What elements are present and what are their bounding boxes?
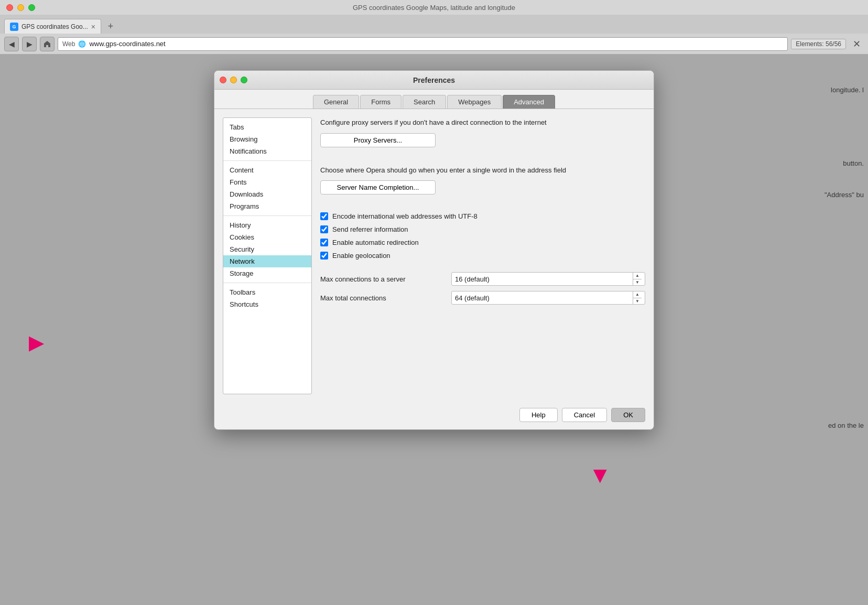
checkbox-utf8-label: Encode international web addresses with … — [332, 212, 478, 220]
conn-total-stepper: ▲ ▼ — [633, 291, 642, 304]
conn-server-step-up[interactable]: ▲ — [633, 273, 642, 279]
checkbox-geolocation[interactable] — [320, 252, 328, 260]
conn-total-step-up[interactable]: ▲ — [633, 291, 642, 298]
tab-advanced[interactable]: Advanced — [503, 95, 555, 109]
sidebar-item-toolbars[interactable]: Toolbars — [223, 286, 311, 298]
sidebar-item-browsing[interactable]: Browsing — [223, 133, 311, 145]
arrow-network-item: ▶ — [29, 332, 44, 352]
tab-item[interactable]: G GPS coordinates Goo... × — [4, 19, 101, 34]
browser-title: GPS coordinates Google Maps, latitude an… — [353, 4, 515, 12]
conn-server-label: Max connections to a server — [320, 275, 446, 283]
dialog-titlebar: Preferences — [214, 71, 654, 90]
tab-add-button[interactable]: + — [103, 19, 118, 34]
sidebar-item-security[interactable]: Security — [223, 243, 311, 255]
sidebar-item-cookies[interactable]: Cookies — [223, 231, 311, 243]
window-maximize-button[interactable] — [28, 4, 35, 11]
checkbox-row-redirect: Enable automatic redirection — [320, 239, 645, 246]
preferences-dialog: Preferences General Forms Search Webpage… — [214, 70, 654, 430]
checkbox-row-geolocation: Enable geolocation — [320, 252, 645, 260]
proxy-servers-button[interactable]: Proxy Servers... — [320, 133, 436, 147]
conn-row-total: Max total connections 64 (default) ▲ ▼ — [320, 291, 645, 305]
help-button[interactable]: Help — [519, 408, 558, 422]
sidebar-item-history[interactable]: History — [223, 219, 311, 231]
sidebar-section-1: Tabs Browsing Notifications — [223, 118, 311, 161]
dialog-body: Tabs Browsing Notifications Content Font… — [214, 109, 654, 403]
browser-titlebar: GPS coordinates Google Maps, latitude an… — [0, 0, 868, 15]
browser-content: longitude. l button. "Address" bu ed on … — [0, 55, 868, 605]
conn-total-label: Max total connections — [320, 294, 446, 302]
sidebar-item-downloads[interactable]: Downloads — [223, 188, 311, 200]
window-minimize-button[interactable] — [17, 4, 24, 11]
tab-close-button[interactable]: × — [91, 23, 95, 31]
sidebar-item-tabs[interactable]: Tabs — [223, 121, 311, 133]
tab-bar: G GPS coordinates Goo... × + — [0, 15, 868, 34]
conn-server-step-down[interactable]: ▼ — [633, 279, 642, 286]
preferences-sidebar: Tabs Browsing Notifications Content Font… — [223, 117, 312, 394]
sidebar-section-3: History Cookies Security Network Storage — [223, 216, 311, 283]
conn-server-stepper: ▲ ▼ — [633, 273, 642, 285]
window-close-button[interactable] — [6, 4, 13, 11]
checkbox-redirect[interactable] — [320, 239, 328, 246]
checkbox-redirect-label: Enable automatic redirection — [332, 239, 419, 246]
sidebar-item-shortcuts[interactable]: Shortcuts — [223, 298, 311, 310]
dialog-minimize-button[interactable] — [230, 77, 237, 83]
sidebar-item-programs[interactable]: Programs — [223, 200, 311, 212]
forward-button[interactable]: ▶ — [22, 37, 37, 51]
arrow-ok-button: ▼ — [589, 463, 612, 487]
sidebar-section-4: Toolbars Shortcuts — [223, 283, 311, 314]
server-name-completion-button[interactable]: Server Name Completion... — [320, 180, 436, 195]
ok-button[interactable]: OK — [611, 408, 645, 422]
tab-title: GPS coordinates Goo... — [21, 23, 88, 30]
preferences-content: Configure proxy servers if you don't hav… — [320, 117, 645, 394]
url-protocol: Web — [62, 40, 75, 48]
conn-total-step-down[interactable]: ▼ — [633, 298, 642, 305]
dialog-window-controls — [220, 77, 247, 83]
url-text: www.gps-coordinates.net — [89, 40, 783, 48]
conn-row-server: Max connections to a server 16 (default)… — [320, 272, 645, 286]
sidebar-item-network[interactable]: Network — [223, 255, 311, 267]
address-bar: ◀ ▶ Web 🌐 www.gps-coordinates.net Elemen… — [0, 34, 868, 55]
sidebar-item-content[interactable]: Content — [223, 164, 311, 176]
dialog-maximize-button[interactable] — [241, 77, 247, 83]
conn-total-select[interactable]: 64 (default) ▲ ▼ — [451, 291, 645, 305]
server-name-description: Choose where Opera should go when you en… — [320, 165, 645, 176]
url-bar[interactable]: Web 🌐 www.gps-coordinates.net — [58, 37, 788, 51]
dialog-footer: Help Cancel OK — [214, 403, 654, 429]
conn-server-value: 16 (default) — [455, 275, 490, 283]
elements-badge: Elements: 56/56 — [791, 39, 846, 49]
sidebar-item-storage[interactable]: Storage — [223, 267, 311, 279]
checkbox-utf8[interactable] — [320, 212, 328, 220]
dialog-title: Preferences — [413, 76, 455, 84]
home-button[interactable] — [40, 37, 55, 51]
preferences-tabs: General Forms Search Webpages Advanced — [214, 90, 654, 109]
tab-favicon: G — [10, 23, 18, 31]
proxy-description: Configure proxy servers if you don't hav… — [320, 117, 645, 128]
checkbox-geolocation-label: Enable geolocation — [332, 252, 390, 260]
checkbox-referrer[interactable] — [320, 225, 328, 233]
checkbox-referrer-label: Send referrer information — [332, 225, 408, 233]
cancel-button[interactable]: Cancel — [562, 408, 607, 422]
conn-server-select[interactable]: 16 (default) ▲ ▼ — [451, 272, 645, 286]
back-button[interactable]: ◀ — [4, 37, 19, 51]
dialog-close-button[interactable] — [220, 77, 226, 83]
checkbox-row-utf8: Encode international web addresses with … — [320, 212, 645, 220]
checkbox-row-referrer: Send referrer information — [320, 225, 645, 233]
sidebar-item-notifications[interactable]: Notifications — [223, 145, 311, 157]
tab-search[interactable]: Search — [403, 95, 446, 109]
tab-forms[interactable]: Forms — [360, 95, 402, 109]
sidebar-item-fonts[interactable]: Fonts — [223, 176, 311, 188]
sidebar-section-2: Content Fonts Downloads Programs — [223, 161, 311, 216]
conn-total-value: 64 (default) — [455, 294, 490, 302]
dialog-overlay: ▼ ▶ ◀ ▼ Preferences General — [0, 55, 868, 605]
tab-general[interactable]: General — [313, 95, 359, 109]
inspector-close-button[interactable]: ✕ — [849, 37, 864, 51]
tab-webpages[interactable]: Webpages — [447, 95, 502, 109]
window-controls — [6, 4, 35, 11]
